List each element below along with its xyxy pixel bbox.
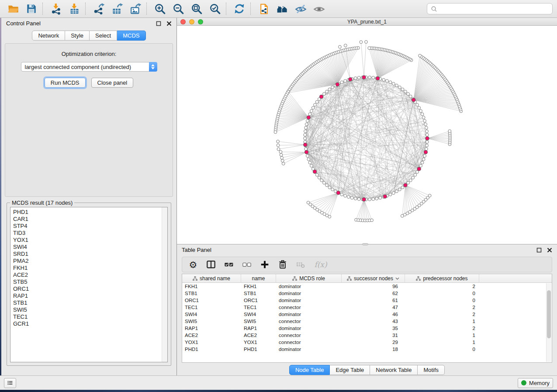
mcds-result-item[interactable]: FKH1	[13, 265, 161, 272]
table-scrollbar[interactable]	[546, 283, 551, 362]
show-graphics-eye-icon	[313, 3, 325, 15]
mcds-result-item[interactable]: SWI5	[13, 306, 161, 313]
table-row[interactable]: ACE2ACE2connector311	[182, 332, 552, 339]
table-toolbar: ⚙	[182, 257, 552, 272]
import-table-button[interactable]	[66, 1, 83, 16]
select-all-columns-button[interactable]	[224, 259, 234, 270]
mcds-result-item[interactable]: PMA2	[13, 258, 161, 265]
memory-button[interactable]: Memory	[518, 378, 553, 388]
tab-motifs[interactable]: Motifs	[418, 365, 445, 375]
mcds-result-item[interactable]: CAR1	[13, 216, 161, 223]
zoom-out-button[interactable]	[170, 1, 187, 16]
mcds-result-item[interactable]: YOX1	[13, 237, 161, 244]
run-mcds-button[interactable]: Run MCDS	[45, 78, 86, 88]
table-row[interactable]: STB1STB1dominator620	[182, 290, 552, 297]
mcds-result-item[interactable]: STB1	[13, 299, 161, 306]
cell-shared_name: RAP1	[182, 325, 241, 332]
column-header-shared-name[interactable]: shared name	[182, 274, 241, 282]
tab-network-table[interactable]: Network Table	[370, 365, 418, 375]
zoom-in-icon	[154, 3, 166, 15]
export-table-button[interactable]	[108, 1, 126, 16]
task-history-button[interactable]	[4, 378, 16, 388]
mcds-result-item[interactable]: PHD1	[13, 209, 161, 216]
function-builder-button[interactable]: f(x)	[313, 259, 328, 270]
memory-status-icon	[521, 380, 526, 385]
table-row[interactable]: RAP1RAP1dominator352	[182, 325, 552, 332]
export-network-button[interactable]	[90, 1, 107, 16]
mcds-result-item[interactable]: STP4	[13, 223, 161, 230]
mcds-result-item[interactable]: GCR1	[13, 320, 161, 327]
table-row[interactable]: YOX1YOX1connector291	[182, 339, 552, 346]
close-table-panel-icon[interactable]	[547, 247, 552, 253]
deselect-all-columns-button[interactable]	[242, 259, 252, 270]
mcds-result-item[interactable]: RAP1	[13, 292, 161, 299]
tab-select[interactable]: Select	[90, 31, 117, 41]
show-columns-button[interactable]	[206, 259, 216, 270]
column-header-predecessor-nodes[interactable]: predecessor nodes	[405, 274, 479, 282]
column-header-successor-nodes[interactable]: successor nodes	[342, 274, 405, 282]
zoom-in-button[interactable]	[151, 1, 169, 16]
table-row[interactable]: FKH1FKH1dominator962	[182, 283, 552, 290]
tab-style[interactable]: Style	[65, 31, 90, 41]
close-panel-button[interactable]: Close panel	[91, 78, 134, 88]
toolbar-separator	[226, 3, 227, 15]
close-panel-icon[interactable]	[166, 21, 172, 26]
tab-mcds[interactable]: MCDS	[117, 31, 145, 41]
function-builder-icon: f(x)	[314, 260, 327, 269]
cell-shared_name: TEC1	[182, 304, 241, 311]
network-document-button[interactable]	[255, 1, 273, 16]
mcds-result-item[interactable]: ORC1	[13, 285, 161, 292]
toolbar-separator	[250, 3, 252, 15]
hide-graphics-button[interactable]	[292, 1, 309, 16]
network-window-titlebar[interactable]: YPA_prune.txt_1	[177, 18, 557, 26]
search-input[interactable]	[440, 6, 549, 12]
network-graph[interactable]	[177, 26, 556, 242]
mcds-result-item[interactable]: TEC1	[13, 313, 161, 320]
open-session-button[interactable]	[4, 1, 22, 16]
table-row[interactable]: TEC1TEC1connector472	[182, 304, 552, 311]
mcds-result-item[interactable]: TID3	[13, 230, 161, 237]
refresh-button[interactable]	[231, 1, 248, 16]
create-column-button[interactable]	[259, 259, 270, 270]
mcds-result-item[interactable]: ACE2	[13, 272, 161, 279]
table-scrollbar-thumb[interactable]	[547, 290, 551, 338]
search-box	[427, 3, 553, 14]
export-image-button[interactable]	[127, 1, 144, 16]
save-session-button[interactable]	[23, 1, 40, 16]
table-settings-button[interactable]: ⚙	[188, 259, 198, 270]
zoom-selected-button[interactable]	[206, 1, 224, 16]
mcds-result-title: MCDS result (17 nodes)	[10, 199, 74, 206]
cell-shared_name: SWI5	[182, 318, 241, 325]
toolbar-separator	[85, 3, 86, 15]
float-table-panel-icon[interactable]	[536, 247, 542, 253]
import-network-button[interactable]	[47, 1, 65, 16]
float-panel-icon[interactable]	[156, 21, 161, 26]
delete-table-button[interactable]	[295, 259, 306, 270]
cell-shared_name: YOX1	[182, 339, 241, 346]
table-row[interactable]: PHD1PHD1dominator180	[182, 346, 552, 353]
zoom-selected-icon	[209, 3, 221, 15]
table-row[interactable]: ORC1ORC1dominator610	[182, 297, 552, 304]
cell-name: FKH1	[241, 283, 276, 290]
show-graphics-button[interactable]	[310, 1, 328, 16]
column-header-MCDS-role[interactable]: MCDS role	[276, 274, 342, 282]
tab-node-table[interactable]: Node Table	[289, 365, 330, 375]
cell-name: RAP1	[241, 325, 276, 332]
cell-shared_name: FKH1	[182, 283, 241, 290]
mcds-list-scrollbar[interactable]	[162, 207, 167, 362]
cell-mcds_role: dominator	[276, 297, 342, 304]
table-row[interactable]: SWI4SWI4dominator462	[182, 311, 552, 318]
mcds-result-item[interactable]: STB5	[13, 279, 161, 285]
zoom-fit-button[interactable]	[188, 1, 205, 16]
table-row[interactable]: SWI5SWI5connector431	[182, 318, 552, 325]
cell-name: ORC1	[241, 297, 276, 304]
horizontal-splitter-handle[interactable]	[362, 243, 368, 245]
network-overview-button[interactable]	[273, 1, 291, 16]
mcds-result-item[interactable]: SRD1	[13, 251, 161, 258]
mcds-result-item[interactable]: SWI4	[13, 244, 161, 251]
column-header-name[interactable]: name	[241, 274, 276, 282]
criterion-select[interactable]: largest connected component (undirected)	[21, 62, 157, 72]
delete-columns-button[interactable]	[277, 259, 288, 270]
tab-edge-table[interactable]: Edge Table	[330, 365, 370, 375]
tab-network[interactable]: Network	[32, 31, 65, 41]
